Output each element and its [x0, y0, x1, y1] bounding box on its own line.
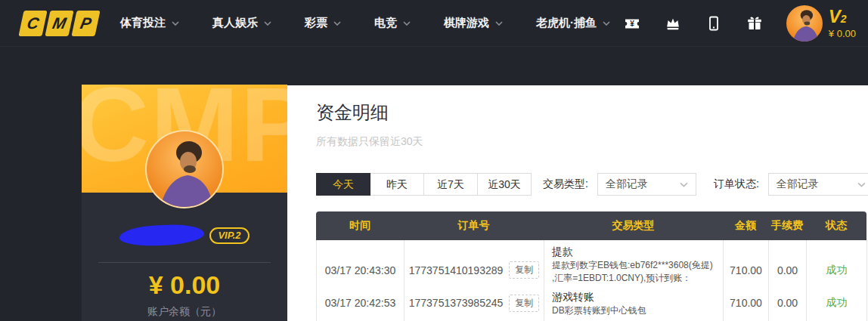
nav-item-slots-fishing[interactable]: 老虎机·捕鱼	[536, 16, 610, 30]
transaction-type-detail: DB彩票转账到中心钱包	[552, 304, 646, 317]
censored-username	[119, 224, 205, 247]
navbar-right-cluster: ¥	[623, 5, 856, 42]
table-header-row: 时间 订单号 交易类型 金额 手续费 状态	[316, 211, 866, 240]
cell-type: 游戏转账 DB彩票转账到中心钱包	[544, 286, 724, 321]
page-subtitle: 所有数据只保留近30天	[316, 135, 423, 149]
tab-last-7-days[interactable]: 近7天	[423, 173, 478, 196]
table-row-partial	[317, 317, 866, 321]
sidebar-divider	[98, 262, 271, 263]
table-row: 03/17 20:43:30 1773751410193289 复制 提款 提款…	[317, 240, 866, 286]
profile-sidebar: CMP VIP.2 ¥ 0.00 账户余额（元）	[82, 85, 287, 321]
col-header-order-no: 订单号	[404, 211, 544, 240]
logo-letter: M	[51, 14, 68, 32]
order-status-label: 订单状态:	[714, 177, 759, 191]
user-account[interactable]: V2 ¥ 0.00	[786, 5, 856, 42]
logo-letter-box: M	[45, 11, 73, 36]
crown-icon[interactable]	[664, 14, 682, 32]
nav-item-label: 体育投注	[120, 16, 166, 30]
cell-fee: 0.00	[769, 286, 807, 321]
tab-yesterday[interactable]: 昨天	[370, 173, 424, 196]
main-content: 资金明细 所有数据只保留近30天 今天 昨天 近7天 近30天 交易类型: 全部…	[287, 85, 868, 321]
cell-amount: 710.00	[724, 286, 769, 321]
user-avatar[interactable]	[786, 5, 823, 42]
order-status-filter: 订单状态: 全部记录	[714, 173, 868, 196]
nav-item-label: 真人娱乐	[212, 16, 258, 30]
chevron-down-icon	[603, 21, 610, 26]
transaction-type-title: 游戏转账	[552, 289, 594, 304]
nav-item-live-casino[interactable]: 真人娱乐	[212, 16, 271, 30]
chevron-down-icon	[680, 182, 688, 187]
transactions-table: 时间 订单号 交易类型 金额 手续费 状态 03/17 20:43:30 177…	[316, 211, 866, 321]
cell-status: 成功	[807, 286, 867, 321]
nav-item-sports[interactable]: 体育投注	[120, 16, 179, 30]
chevron-down-icon	[333, 21, 341, 26]
order-status-select[interactable]: 全部记录	[768, 173, 868, 196]
tab-today[interactable]: 今天	[316, 173, 370, 196]
nav-item-label: 棋牌游戏	[444, 16, 489, 30]
user-balance: ¥ 0.00	[829, 29, 856, 39]
user-meta: V2 ¥ 0.00	[829, 7, 856, 39]
cell-time: 03/17 20:42:53	[317, 286, 405, 321]
page-title: 资金明细	[316, 100, 389, 125]
tab-last-30-days[interactable]: 近30天	[477, 173, 532, 196]
nav-item-label: 彩票	[305, 16, 327, 30]
vip-badge: VIP.2	[209, 227, 249, 244]
transaction-type-filter: 交易类型: 全部记录	[543, 173, 696, 196]
filter-row: 今天 昨天 近7天 近30天 交易类型: 全部记录 订单状态: 全部记录	[316, 173, 868, 196]
transaction-type-select[interactable]: 全部记录	[597, 173, 696, 196]
nav-item-label: 老虎机·捕鱼	[536, 16, 597, 30]
voucher-icon[interactable]: ¥	[623, 14, 641, 32]
svg-text:¥: ¥	[630, 20, 634, 28]
chevron-down-icon	[495, 21, 503, 26]
transaction-type-label: 交易类型:	[543, 177, 588, 191]
chevron-down-icon	[172, 21, 179, 26]
top-navbar: C M P 体育投注 真人娱乐 彩票 电竞 棋牌游戏 老虎机·捕鱼	[0, 0, 868, 47]
nav-item-label: 电竞	[374, 16, 397, 30]
logo-letter: C	[25, 14, 40, 32]
profile-avatar[interactable]	[145, 130, 224, 208]
transaction-type-value: 全部记录	[606, 177, 648, 191]
col-header-type: 交易类型	[544, 211, 723, 240]
order-status-value: 全部记录	[777, 177, 819, 191]
table-body: 03/17 20:43:30 1773751410193289 复制 提款 提款…	[316, 240, 866, 321]
logo-letter-box: P	[71, 11, 100, 36]
logo-letter: P	[79, 14, 93, 32]
account-balance: ¥ 0.00	[82, 270, 287, 300]
col-header-amount: 金额	[723, 211, 768, 240]
col-header-fee: 手续费	[768, 211, 806, 240]
nav-item-lottery[interactable]: 彩票	[305, 16, 341, 30]
logo-letter-box: C	[18, 11, 47, 36]
copy-button[interactable]: 复制	[509, 295, 539, 312]
account-balance-label: 账户余额（元）	[82, 305, 287, 319]
cell-order-no: 1773751373985245 复制	[405, 286, 544, 321]
transaction-type-title: 提款	[552, 244, 573, 259]
chevron-down-icon	[264, 21, 271, 26]
copy-button[interactable]: 复制	[509, 261, 539, 279]
vip-level: V2	[829, 7, 856, 26]
username-row: VIP.2	[82, 225, 287, 245]
mobile-icon[interactable]	[705, 14, 723, 32]
chevron-down-icon	[857, 182, 866, 187]
date-range-tabs: 今天 昨天 近7天 近30天	[316, 173, 532, 196]
col-header-status: 状态	[806, 211, 866, 240]
order-number: 1773751373985245	[409, 297, 504, 309]
main-nav: 体育投注 真人娱乐 彩票 电竞 棋牌游戏 老虎机·捕鱼	[120, 16, 610, 30]
nav-item-esports[interactable]: 电竞	[374, 16, 411, 30]
col-header-time: 时间	[316, 211, 404, 240]
gift-icon[interactable]	[746, 14, 764, 32]
chevron-down-icon	[403, 21, 411, 26]
order-number: 1773751410193289	[409, 264, 504, 276]
table-row: 03/17 20:42:53 1773751373985245 复制 游戏转账 …	[317, 286, 866, 317]
nav-item-card-games[interactable]: 棋牌游戏	[444, 16, 503, 30]
brand-logo[interactable]: C M P	[21, 11, 98, 36]
